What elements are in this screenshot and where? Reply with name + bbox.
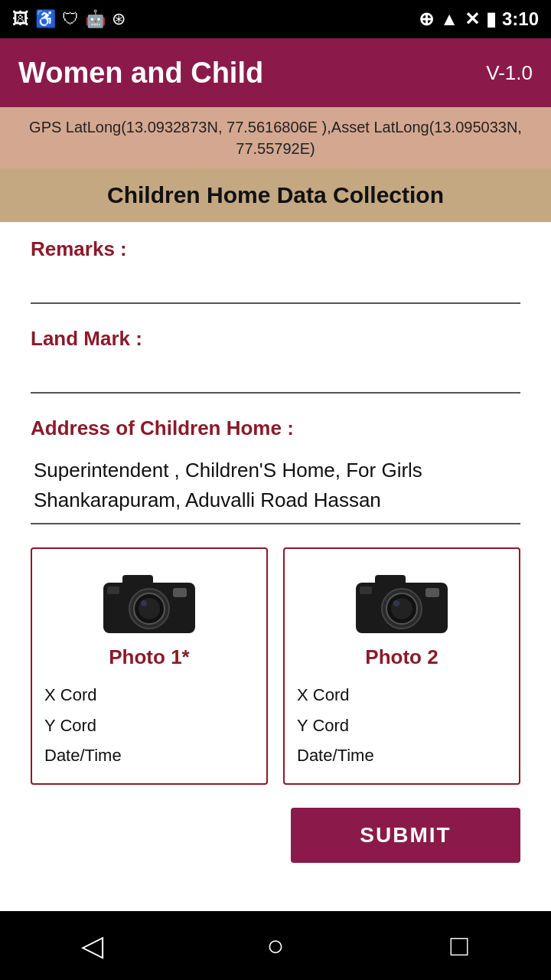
photo-1-card[interactable]: Photo 1* X Cord Y Cord Date/Time xyxy=(31,547,268,785)
status-bar-right: ⊕ ▲ ✕ ▮ 3:10 xyxy=(419,8,539,30)
landmark-field-group: Land Mark : xyxy=(31,327,520,394)
photo-2-label: Photo 2 xyxy=(365,645,438,669)
landmark-label: Land Mark : xyxy=(31,327,520,351)
app-icon: 🤖 xyxy=(85,9,106,29)
status-bar: 🖼 ♿ 🛡 🤖 ⊛ ⊕ ▲ ✕ ▮ 3:10 xyxy=(0,0,551,38)
photo-2-card[interactable]: Photo 2 X Cord Y Cord Date/Time xyxy=(283,547,520,785)
android-icon: ⊛ xyxy=(112,9,126,29)
shield-icon: 🛡 xyxy=(62,9,79,29)
photo-1-meta: X Cord Y Cord Date/Time xyxy=(44,680,122,771)
app-header: Women and Child V-1.0 xyxy=(0,38,551,107)
remarks-label: Remarks : xyxy=(31,237,520,261)
svg-point-5 xyxy=(141,600,147,606)
svg-rect-6 xyxy=(173,588,187,597)
svg-rect-15 xyxy=(360,586,372,594)
location-icon: ⊕ xyxy=(419,8,434,30)
photo-icon: 🖼 xyxy=(12,9,29,29)
remarks-field-group: Remarks : xyxy=(31,237,520,304)
landmark-input[interactable] xyxy=(31,358,520,394)
svg-point-13 xyxy=(393,600,399,606)
app-version: V-1.0 xyxy=(486,61,533,85)
photo-1-label: Photo 1* xyxy=(109,645,189,669)
gps-text: GPS LatLong(13.0932873N, 77.5616806E ),A… xyxy=(29,119,522,157)
photo-1-ycord: Y Cord xyxy=(44,710,122,741)
battery-icon: ▮ xyxy=(486,8,496,30)
clock: 3:10 xyxy=(502,8,539,30)
photo-2-datetime: Date/Time xyxy=(297,740,374,771)
photo-1-xcord: X Cord xyxy=(44,680,122,710)
svg-rect-7 xyxy=(107,586,119,594)
back-icon: ◁ xyxy=(81,929,103,962)
photo-1-datetime: Date/Time xyxy=(44,740,122,771)
recent-icon: □ xyxy=(451,929,468,962)
camera-1-icon xyxy=(99,561,199,638)
accessibility-icon: ♿ xyxy=(35,9,56,29)
address-label: Address of Children Home : xyxy=(31,416,520,440)
camera-2-icon xyxy=(352,561,452,638)
photo-row: Photo 1* X Cord Y Cord Date/Time Photo 2 xyxy=(31,547,520,785)
home-button[interactable]: ○ xyxy=(249,926,302,965)
address-value[interactable]: Superintendent , Children'S Home, For Gi… xyxy=(31,448,520,524)
submit-row: SUBMIT xyxy=(31,808,520,863)
address-field-group: Address of Children Home : Superintenden… xyxy=(31,416,520,524)
signal-icon: ✕ xyxy=(465,8,480,30)
svg-rect-1 xyxy=(122,575,153,589)
main-content: Remarks : Land Mark : Address of Childre… xyxy=(0,222,551,911)
svg-rect-14 xyxy=(425,588,439,597)
recent-button[interactable]: □ xyxy=(432,926,486,965)
nav-bar: ◁ ○ □ xyxy=(0,911,551,980)
gps-bar: GPS LatLong(13.0932873N, 77.5616806E ),A… xyxy=(0,107,551,168)
back-button[interactable]: ◁ xyxy=(65,926,119,965)
status-bar-icons: 🖼 ♿ 🛡 🤖 ⊛ xyxy=(12,9,126,29)
photo-2-xcord: X Cord xyxy=(297,680,374,710)
svg-rect-9 xyxy=(375,575,406,589)
photo-2-ycord: Y Cord xyxy=(297,710,374,741)
home-icon: ○ xyxy=(267,929,285,962)
section-header: Children Home Data Collection xyxy=(0,168,551,222)
section-title: Children Home Data Collection xyxy=(107,182,444,207)
submit-button[interactable]: SUBMIT xyxy=(291,808,520,863)
wifi-icon: ▲ xyxy=(440,8,458,30)
remarks-input[interactable] xyxy=(31,269,520,304)
app-title: Women and Child xyxy=(18,57,263,90)
photo-2-meta: X Cord Y Cord Date/Time xyxy=(297,680,374,771)
